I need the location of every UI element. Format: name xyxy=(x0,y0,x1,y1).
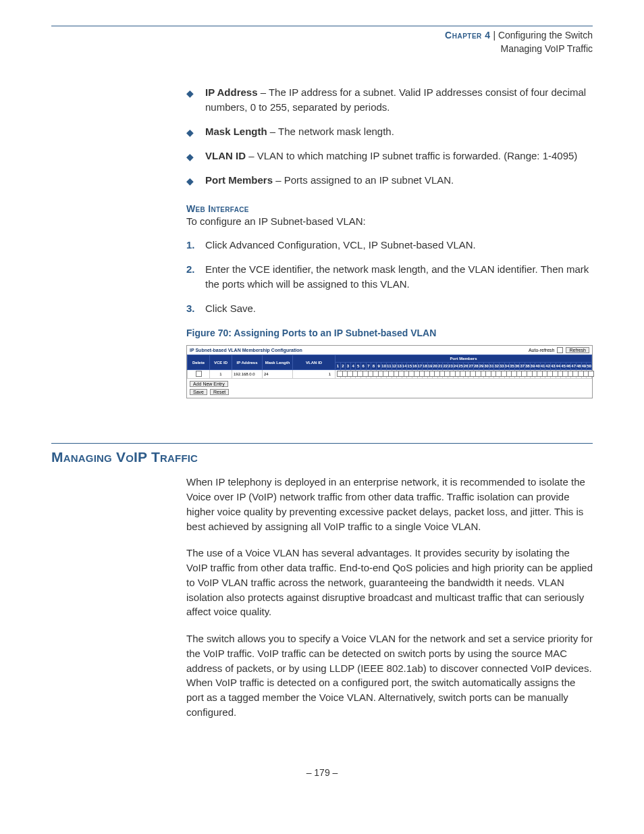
col-port-members: Port Members xyxy=(336,355,592,363)
header-rule xyxy=(51,26,593,26)
page: Chapter 4 | Configuring the Switch Manag… xyxy=(0,0,644,812)
port-number-header: 11 xyxy=(386,363,392,370)
bullet-desc: – Ports assigned to an IP subnet VLAN. xyxy=(273,174,454,186)
save-button[interactable]: Save xyxy=(190,389,207,395)
bullet-term: Port Members xyxy=(205,174,273,186)
port-number-header: 12 xyxy=(392,363,397,370)
port-number-header: 46 xyxy=(566,363,571,370)
col-delete: Delete xyxy=(188,355,210,370)
figure-title: IP Subnet-based VLAN Membership Configur… xyxy=(190,348,302,353)
bullet-item: ◆IP Address – The IP address for a subne… xyxy=(186,85,593,115)
port-number-header: 4 xyxy=(350,363,356,370)
refresh-button[interactable]: Refresh xyxy=(566,347,589,353)
col-vce: VCE ID xyxy=(210,355,232,370)
body-paragraph: When IP telephony is deployed in an ente… xyxy=(186,475,593,533)
page-number: – 179 – xyxy=(51,767,593,778)
delete-cell[interactable] xyxy=(188,370,210,379)
port-number-header: 14 xyxy=(402,363,407,370)
port-number-header: 5 xyxy=(356,363,361,370)
bullet-term: VLAN ID xyxy=(205,150,246,161)
port-number-header: 8 xyxy=(371,363,377,370)
mask-cell: 24 xyxy=(263,370,293,379)
port-number-header: 32 xyxy=(494,363,500,370)
col-ip: IP Address xyxy=(232,355,263,370)
bullet-term: IP Address xyxy=(205,86,258,98)
port-number-header: 13 xyxy=(397,363,402,370)
step-text: Enter the VCE identifier, the network ma… xyxy=(205,262,593,292)
port-number-header: 41 xyxy=(540,363,545,370)
port-number-header: 26 xyxy=(463,363,468,370)
figure-screenshot: IP Subnet-based VLAN Membership Configur… xyxy=(186,345,593,398)
port-number-header: 45 xyxy=(561,363,566,370)
ip-cell: 192.168.0.0 xyxy=(232,370,263,379)
port-number-header: 16 xyxy=(412,363,417,370)
diamond-bullet-icon: ◆ xyxy=(186,86,205,115)
port-number-header: 28 xyxy=(474,363,479,370)
port-number-header: 15 xyxy=(407,363,412,370)
port-number-header: 43 xyxy=(550,363,556,370)
parameter-list: ◆IP Address – The IP address for a subne… xyxy=(186,85,593,398)
chapter-title: Configuring the Switch xyxy=(498,30,593,41)
port-number-header: 36 xyxy=(514,363,520,370)
chapter-subtitle: Managing VoIP Traffic xyxy=(51,43,593,56)
port-number-header: 27 xyxy=(468,363,474,370)
step-item: 2.Enter the VCE identifier, the network … xyxy=(186,262,593,292)
port-number-header: 9 xyxy=(376,363,381,370)
port-number-header: 2 xyxy=(340,363,346,370)
port-number-header: 18 xyxy=(423,363,428,370)
port-number-header: 40 xyxy=(535,363,541,370)
step-number: 2. xyxy=(186,262,205,292)
port-number-header: 23 xyxy=(448,363,454,370)
port-number-header: 47 xyxy=(571,363,576,370)
body-paragraph: The use of a Voice VLAN has several adva… xyxy=(186,546,593,619)
port-number-header: 33 xyxy=(500,363,505,370)
bullet-text: Mask Length – The network mask length. xyxy=(205,124,593,139)
header-separator: | xyxy=(491,30,498,41)
col-vlan: VLAN ID xyxy=(293,355,336,370)
bullet-desc: – The IP address for a subnet. Valid IP … xyxy=(205,86,586,113)
diamond-bullet-icon: ◆ xyxy=(186,126,205,139)
port-number-header: 6 xyxy=(360,363,366,370)
step-number: 1. xyxy=(186,238,205,253)
section-title: Managing VoIP Traffic xyxy=(51,449,593,465)
port-number-header: 22 xyxy=(443,363,448,370)
step-text: Click Save. xyxy=(205,301,593,316)
port-checkbox-cell[interactable] xyxy=(336,370,341,379)
port-number-header: 44 xyxy=(556,363,561,370)
port-number-header: 30 xyxy=(484,363,489,370)
port-number-header: 17 xyxy=(417,363,423,370)
add-entry-button[interactable]: Add New Entry xyxy=(190,381,228,387)
chapter-label: Chapter 4 xyxy=(445,30,490,41)
bullet-desc: – VLAN to which matching IP subnet traff… xyxy=(246,150,577,161)
port-number-header: 31 xyxy=(489,363,494,370)
diamond-bullet-icon: ◆ xyxy=(186,150,205,163)
port-number-header: 35 xyxy=(510,363,515,370)
diamond-bullet-icon: ◆ xyxy=(186,174,205,188)
section-rule xyxy=(51,443,593,444)
port-number-header: 7 xyxy=(366,363,371,370)
port-number-header: 24 xyxy=(453,363,458,370)
port-number-header: 38 xyxy=(525,363,530,370)
autorefresh-label: Auto-refresh xyxy=(529,348,555,353)
bullet-term: Mask Length xyxy=(205,126,267,137)
port-number-header: 10 xyxy=(381,363,387,370)
port-number-header: 21 xyxy=(437,363,443,370)
step-text: Click Advanced Configuration, VCL, IP Su… xyxy=(205,238,593,253)
port-number-header: 29 xyxy=(479,363,484,370)
figure-table: Delete VCE ID IP Address Mask Length VLA… xyxy=(187,355,592,379)
port-number-header: 39 xyxy=(530,363,535,370)
port-number-header: 3 xyxy=(346,363,351,370)
vlan-cell: 1 xyxy=(293,370,336,379)
reset-button[interactable]: Reset xyxy=(210,389,229,395)
bullet-item: ◆Mask Length – The network mask length. xyxy=(186,124,593,139)
bullet-text: VLAN ID – VLAN to which matching IP subn… xyxy=(205,149,593,163)
web-interface-intro: To configure an IP Subnet-based VLAN: xyxy=(186,214,593,229)
table-row: 1 192.168.0.0 24 1 xyxy=(188,370,592,379)
step-item: 1.Click Advanced Configuration, VCL, IP … xyxy=(186,238,593,253)
step-number: 3. xyxy=(186,301,205,316)
port-number-header: 37 xyxy=(520,363,525,370)
port-number-header: 1 xyxy=(336,363,341,370)
autorefresh-checkbox[interactable] xyxy=(557,347,563,353)
bullet-item: ◆Port Members – Ports assigned to an IP … xyxy=(186,173,593,188)
web-interface-heading: Web Interface xyxy=(186,203,593,214)
